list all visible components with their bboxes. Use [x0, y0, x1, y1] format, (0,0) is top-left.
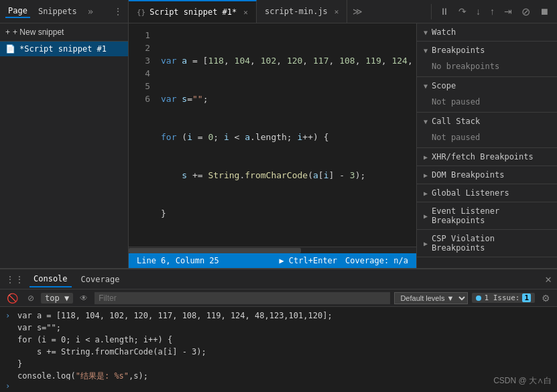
sidebar-menu-icon[interactable]: ⋮	[113, 6, 123, 17]
status-right: ▶ Ctrl+Enter Coverage: n/a	[279, 256, 408, 265]
editor-scrollbar[interactable]	[129, 247, 416, 253]
console-line-4: s += String.fromCharCode(a[i] - 3);	[5, 346, 552, 358]
console-text-5: }	[17, 358, 22, 370]
xhr-header[interactable]: ▶ XHR/fetch Breakpoints	[417, 148, 557, 166]
issue-text: 1 Issue:	[484, 293, 519, 302]
log-level-select[interactable]: Default levels ▼	[394, 292, 468, 304]
global-label: Global Listeners	[432, 188, 509, 198]
code-editor[interactable]: var a = [118, 104, 102, 120, 117, 108, 1…	[156, 23, 416, 247]
event-triangle: ▶	[424, 212, 428, 220]
console-line-5: }	[5, 358, 552, 370]
snippet-item[interactable]: 📄 *Script snippet #1	[0, 42, 128, 56]
debug-toolbar: ⏸ ↷ ↓ ↑ ⇥ ⊘ ⏹	[431, 4, 557, 19]
deactivate-button[interactable]: ⊘	[519, 4, 533, 19]
console-line-3: for (i = 0; i < a.length; i++) {	[5, 334, 552, 346]
console-drag-icon[interactable]: ⋮⋮	[5, 274, 24, 285]
breakpoints-label: Breakpoints	[432, 46, 485, 55]
event-label: Event Listener Breakpoints	[432, 206, 550, 225]
breakpoints-header[interactable]: ▼ Breakpoints	[417, 42, 557, 59]
watch-triangle: ▼	[424, 29, 428, 36]
console-settings-button[interactable]: ⚙	[539, 291, 553, 305]
console-text-1: var a = [118, 104, 102, 120, 117, 108, 1…	[17, 310, 332, 322]
console-close-button[interactable]: ✕	[545, 273, 552, 285]
scrollbar-thumb	[129, 248, 301, 253]
scope-section: ▼ Scope Not paused	[417, 77, 557, 113]
console-text-6: console.log("结果是: %s",s);	[17, 370, 148, 380]
bp-triangle: ▼	[424, 47, 428, 54]
tab-console[interactable]: Console	[29, 271, 72, 287]
event-section: ▶ Event Listener Breakpoints	[417, 202, 557, 230]
prompt-1: ›	[5, 310, 13, 322]
scope-header[interactable]: ▼ Scope	[417, 77, 557, 94]
issue-badge[interactable]: 1 Issue: 1	[472, 293, 535, 303]
coverage-label: Coverage: n/a	[345, 256, 408, 265]
console-caret: ›	[5, 381, 10, 391]
dom-label: DOM Breakpoints	[432, 170, 504, 180]
dom-header[interactable]: ▶ DOM Breakpoints	[417, 166, 557, 184]
watermark: CSDN @ 大∧白	[493, 375, 552, 387]
sidebar: + + New snippet 📄 *Script snippet #1	[0, 23, 129, 268]
csp-header[interactable]: ▶ CSP Violation Breakpoints	[417, 230, 557, 257]
context-selector[interactable]: top ▼	[41, 293, 73, 304]
console-text-4: s += String.fromCharCode(a[i] - 3);	[17, 346, 206, 358]
tab-close-icon[interactable]: ✕	[243, 8, 248, 17]
block-requests-button[interactable]: ⊘	[25, 292, 37, 304]
callstack-header[interactable]: ▼ Call Stack	[417, 113, 557, 130]
console-text-2: var s="";	[17, 322, 61, 334]
watch-label: Watch	[432, 27, 456, 37]
console-text-3: for (i = 0; i < a.length; i++) {	[17, 334, 172, 346]
snippet-list: 📄 *Script snippet #1	[0, 42, 128, 268]
plus-icon: +	[5, 27, 10, 37]
main-area: + + New snippet 📄 *Script snippet #1 1 2…	[0, 23, 557, 268]
sidebar-actions: + + New snippet	[0, 23, 128, 42]
filter-input[interactable]	[95, 292, 390, 304]
csp-section: ▶ CSP Violation Breakpoints	[417, 230, 557, 257]
global-header[interactable]: ▶ Global Listeners	[417, 184, 557, 202]
console-line-6: console.log("结果是: %s",s);	[5, 370, 552, 380]
xhr-triangle: ▶	[424, 153, 428, 161]
tab-close-icon-2[interactable]: ✕	[334, 7, 339, 16]
issue-count: 1	[522, 293, 531, 302]
top-bar: Page Snippets » ⋮ {} Script snippet #1* …	[0, 0, 557, 23]
console-input[interactable]	[14, 381, 552, 391]
tab-script-min[interactable]: script-min.js ✕	[257, 0, 348, 23]
watch-header[interactable]: ▼ Watch	[417, 23, 557, 41]
pause-button[interactable]: ⏸	[437, 5, 452, 18]
editor-status-bar: Line 6, Column 25 ▶ Ctrl+Enter Coverage:…	[129, 253, 416, 268]
eye-button[interactable]: 👁	[77, 292, 90, 304]
snippet-folder-icon: 📄	[5, 44, 15, 54]
stop-button[interactable]: ⏹	[537, 5, 552, 18]
editor-area: 1 2 3 4 5 6 var a = [118, 104, 102, 120,…	[129, 23, 416, 268]
step-button[interactable]: ⇥	[501, 5, 515, 18]
step-over-button[interactable]: ↷	[456, 5, 469, 18]
new-snippet-button[interactable]: + + New snippet	[5, 27, 64, 37]
callstack-label: Call Stack	[432, 117, 480, 126]
csp-triangle: ▶	[424, 240, 428, 247]
global-section: ▶ Global Listeners	[417, 184, 557, 202]
run-hint: ▶ Ctrl+Enter	[279, 256, 337, 265]
issue-dot	[476, 296, 481, 301]
sidebar-header-bar: Page Snippets » ⋮	[0, 0, 129, 23]
editor-tabs: {} Script snippet #1* ✕ script-min.js ✕ …	[129, 0, 431, 23]
tab-more-icon[interactable]: ≫	[347, 6, 368, 17]
xhr-label: XHR/fetch Breakpoints	[432, 152, 534, 161]
tab-script-snippet[interactable]: {} Script snippet #1* ✕	[129, 0, 257, 23]
editor-content[interactable]: 1 2 3 4 5 6 var a = [118, 104, 102, 120,…	[129, 23, 416, 247]
more-tabs-icon[interactable]: »	[88, 6, 93, 17]
tab-coverage[interactable]: Coverage	[77, 272, 124, 287]
watch-section: ▼ Watch	[417, 23, 557, 42]
xhr-section: ▶ XHR/fetch Breakpoints	[417, 148, 557, 166]
tab-page[interactable]: Page	[5, 5, 30, 18]
event-header[interactable]: ▶ Event Listener Breakpoints	[417, 202, 557, 229]
dom-section: ▶ DOM Breakpoints	[417, 166, 557, 184]
scope-label: Scope	[432, 81, 456, 90]
console-line-1: › var a = [118, 104, 102, 120, 117, 108,…	[5, 310, 552, 322]
console-input-area[interactable]: ›	[0, 380, 557, 392]
console-content: › var a = [118, 104, 102, 120, 117, 108,…	[0, 307, 557, 380]
tab-snippets[interactable]: Snippets	[36, 5, 80, 17]
callstack-section: ▼ Call Stack Not paused	[417, 113, 557, 148]
step-out-button[interactable]: ↑	[487, 5, 497, 18]
console-header: ⋮⋮ Console Coverage ✕	[0, 269, 557, 289]
clear-console-button[interactable]: 🚫	[4, 291, 21, 305]
step-into-button[interactable]: ↓	[473, 5, 483, 18]
